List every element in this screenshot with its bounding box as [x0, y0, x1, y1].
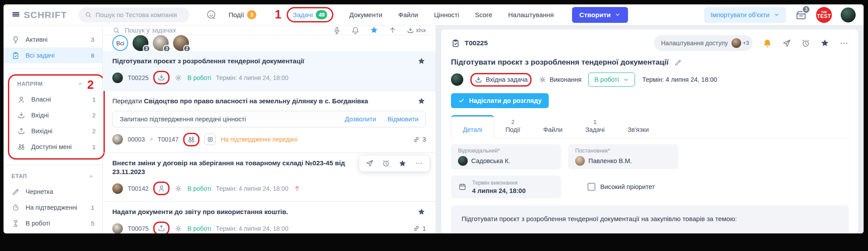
sort-arrow-up-icon[interactable] — [388, 26, 397, 34]
parent-task-id[interactable]: 00003 — [128, 136, 145, 143]
task-title[interactable]: Підготувати проєкт з розроблення тендерн… — [112, 57, 304, 65]
task-id[interactable]: T00142 — [128, 185, 148, 192]
task-title[interactable]: Внести зміни у договір на зберігання на … — [112, 159, 377, 177]
sidebar-item-in-progress[interactable]: В роботі 5 — [4, 215, 102, 231]
responsible-field[interactable]: Відповідальний* Садовська К. — [451, 144, 561, 169]
task-row[interactable]: Підготувати проєкт з розроблення тендерн… — [103, 51, 436, 91]
gear-icon[interactable] — [174, 225, 182, 233]
sidebar-item-on-approval[interactable]: На підтвердженні 1 — [4, 200, 102, 215]
alarm-clock-icon[interactable] — [801, 39, 810, 48]
priority-arrow-icon — [293, 185, 301, 192]
export-xlsx-button[interactable]: xlsx — [406, 26, 426, 34]
more-options-icon[interactable] — [415, 159, 423, 167]
edit-pencil-icon[interactable] — [674, 58, 682, 67]
filter-all-chip[interactable]: Всі — [112, 35, 128, 51]
person-icon[interactable] — [157, 184, 166, 193]
company-logo-badge[interactable]: THE TEST — [816, 7, 832, 23]
due-date-field[interactable]: Термін виконання 4 липня 24, 18:00 — [451, 175, 561, 198]
nav-item-score[interactable]: Score — [475, 11, 492, 18]
task-id[interactable]: T00147 — [158, 136, 178, 143]
assignee-avatar[interactable] — [112, 73, 123, 83]
task-search-input[interactable] — [125, 26, 328, 34]
favorite-star-icon[interactable] — [417, 207, 426, 216]
binoculars-icon[interactable] — [187, 135, 196, 144]
sidebar-item-done[interactable]: Виконана 2 — [4, 231, 102, 233]
task-row[interactable]: Передати Свідоцтво про право власності н… — [103, 91, 436, 153]
create-button[interactable]: Створити — [572, 7, 628, 23]
menu-icon[interactable] — [11, 10, 21, 20]
app-logo[interactable]: SCHRIFT — [11, 10, 67, 20]
bell-icon[interactable] — [351, 26, 360, 35]
user-avatar[interactable] — [841, 7, 856, 22]
chevron-up-icon[interactable] — [88, 173, 94, 179]
task-id[interactable]: T00225 — [128, 74, 148, 81]
allow-link[interactable]: Дозволити — [345, 116, 376, 123]
support-smiley-icon[interactable] — [205, 9, 217, 21]
sidebar-item-all-tasks[interactable]: Всі задачі 8 — [4, 47, 102, 63]
tab-details[interactable]: Деталі — [451, 115, 494, 138]
alarm-clock-icon[interactable] — [382, 159, 390, 167]
task-row[interactable]: Внести зміни у договір на зберігання на … — [103, 153, 436, 202]
nav-item-values[interactable]: Цінності — [434, 11, 459, 18]
status-dropdown[interactable]: В роботі — [588, 73, 635, 87]
send-icon[interactable] — [366, 159, 374, 167]
tab-tasks[interactable]: 1 Задачі — [574, 117, 616, 138]
search-icon — [85, 11, 92, 18]
favorite-star-icon[interactable] — [820, 38, 830, 48]
tab-relations[interactable]: Зв'язки — [616, 117, 660, 138]
nav-item-tasks[interactable]: Задачі 49 — [293, 10, 327, 19]
assignee-avatar[interactable] — [451, 73, 463, 86]
gear-icon[interactable] — [174, 74, 182, 82]
sidebar-item-active[interactable]: Активні 3 — [4, 32, 102, 47]
send-icon[interactable] — [782, 39, 791, 48]
mic-icon[interactable] — [332, 26, 341, 35]
link-count[interactable]: 1 — [413, 225, 426, 232]
nav-item-events[interactable]: Події 3 — [229, 10, 256, 19]
nav-item-files[interactable]: Файли — [398, 11, 418, 18]
more-options-icon[interactable] — [839, 39, 849, 48]
submit-for-review-button[interactable]: Надіслати до розгляду — [451, 93, 549, 108]
nav-item-documents[interactable]: Документи — [349, 11, 382, 18]
favorite-star-icon[interactable] — [398, 159, 407, 168]
tab-files[interactable]: Файли — [532, 117, 574, 138]
gear-icon[interactable] — [174, 185, 182, 193]
count-badge: 5 — [91, 220, 94, 227]
sidebar-item-available-to-me[interactable]: Доступні мені 1 — [9, 139, 103, 155]
nav-item-settings[interactable]: Налаштування — [508, 11, 554, 18]
favorite-star-icon[interactable] — [417, 97, 426, 105]
direction-flag: Вхідна задача — [474, 76, 528, 84]
checkbox-box[interactable] — [587, 183, 595, 191]
task-id[interactable]: T00075 — [128, 225, 148, 232]
logo-text: SCHRIFT — [24, 10, 67, 20]
import-objects-button[interactable]: Імпортувати об'єкти — [704, 7, 786, 23]
assignee-avatar[interactable] — [112, 183, 123, 194]
assignee-avatar-chip[interactable]: 3 — [153, 35, 169, 51]
assignee-avatar[interactable] — [112, 134, 123, 145]
sidebar-item-incoming[interactable]: Вхідні 2 — [9, 107, 103, 123]
deny-link[interactable]: Відмовити — [388, 116, 418, 123]
link-count[interactable]: 3 — [413, 136, 426, 143]
assignee-avatar-chip[interactable]: 3 — [133, 35, 148, 51]
tab-events[interactable]: 2 Події — [494, 117, 532, 138]
global-search-input[interactable] — [96, 11, 183, 18]
assignee-avatar[interactable] — [112, 223, 123, 233]
outgoing-icon[interactable] — [157, 224, 166, 233]
chevron-up-icon[interactable] — [77, 81, 83, 87]
notifications-bell-icon[interactable] — [762, 38, 772, 48]
author-field[interactable]: Постановник* Павленко В.М. — [568, 144, 678, 169]
task-title[interactable]: Надати документи до звіту про використан… — [112, 207, 288, 216]
sidebar-item-own[interactable]: Власні 1 — [9, 91, 103, 107]
sidebar-item-draft[interactable]: Чернетка — [4, 184, 102, 200]
star-filter-icon[interactable] — [369, 25, 379, 35]
global-search[interactable] — [78, 7, 189, 22]
incoming-icon[interactable] — [157, 73, 166, 82]
assignee-avatar-chip[interactable]: 2 — [173, 35, 189, 51]
task-row[interactable]: Надати документи до звіту про використан… — [103, 202, 436, 233]
import-tray-button[interactable]: 3 — [795, 9, 807, 21]
task-title[interactable]: Передати Свідоцтво про право власності н… — [112, 97, 368, 105]
high-priority-checkbox[interactable]: Високий пріоритет — [587, 183, 655, 191]
favorite-star-icon[interactable] — [417, 57, 426, 65]
sidebar-item-outgoing[interactable]: Вихідні 2 — [9, 123, 103, 139]
value-safe-icon[interactable] — [204, 134, 216, 145]
access-settings-button[interactable]: Налаштування доступу +3 — [654, 35, 753, 51]
